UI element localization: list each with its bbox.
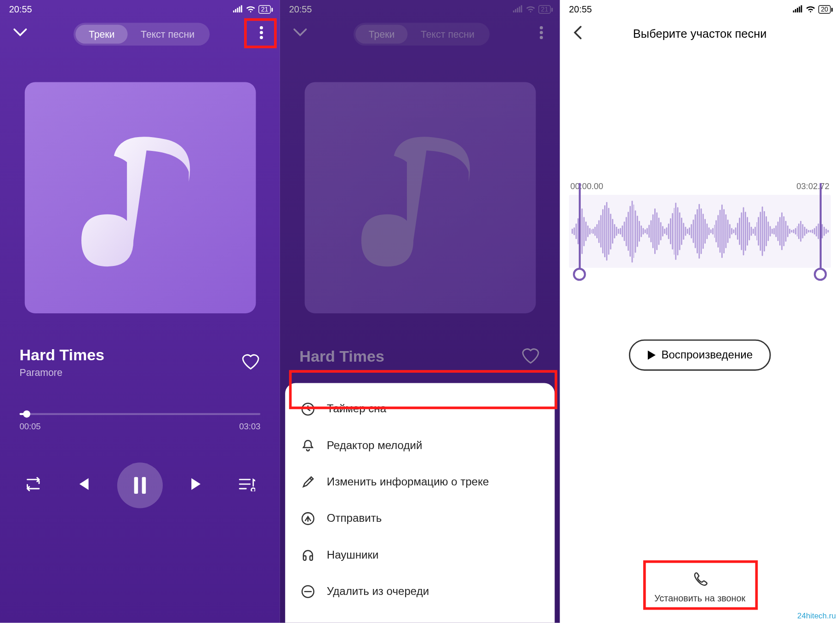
waveform-area: 00:00.00 03:02.72 [560,50,840,268]
battery-icon: 20 [818,5,831,13]
previous-button[interactable] [69,472,95,499]
more-options-button[interactable] [252,19,271,48]
queue-button[interactable] [233,472,260,499]
waveform[interactable] [569,195,831,268]
minus-circle-icon [301,584,315,599]
battery-icon: 21 [258,5,271,13]
menu-sleep-timer[interactable]: Таймер сна [285,391,554,427]
song-title: Hard Times [19,346,104,364]
signal-icon [232,5,243,13]
album-art [24,82,256,313]
phone-icon [691,571,709,589]
song-title-row: Hard Times Paramore [0,326,280,378]
signal-icon [792,5,803,13]
svg-point-2 [260,36,263,39]
bell-icon [301,438,315,453]
screen-ringtone-editor: 20:55 20 Выберите участок песни 00:00.00… [560,0,840,623]
progress-thumb[interactable] [23,410,30,418]
share-icon [301,512,315,526]
progress-area: 00:05 03:03 [0,378,280,431]
play-icon [647,350,656,360]
clock-icon [301,402,315,416]
waveform-times: 00:00.00 03:02.72 [569,181,831,191]
svg-point-0 [260,26,263,29]
headphones-icon [301,548,315,562]
progress-bar[interactable] [19,413,260,415]
time-elapsed: 00:05 [19,421,40,431]
options-sheet: Таймер сна Редактор мелодий Изменить инф… [285,383,554,623]
play-button-wrap: Воспроизведение [560,340,840,371]
collapse-button[interactable] [9,24,31,43]
menu-send[interactable]: Отправить [285,500,554,536]
screen-player-menu: 20:55 21 Треки Текст песни Hard Times [280,0,560,623]
menu-ringtone-editor[interactable]: Редактор мелодий [285,427,554,464]
status-right: 21 [232,5,271,13]
editor-title: Выберите участок песни [633,27,767,41]
tab-tracks[interactable]: Треки [76,24,128,43]
svg-rect-3 [134,477,138,494]
trim-handle-right[interactable] [814,183,827,281]
progress-times: 00:05 03:03 [19,421,260,431]
screen-player: 20:55 21 Треки Текст песни Hard Times Pa… [0,0,280,623]
status-bar: 20:55 20 [560,0,840,18]
status-time: 20:55 [569,4,592,14]
editor-header: Выберите участок песни [560,18,840,50]
play-button[interactable]: Воспроизведение [629,340,771,371]
status-bar: 20:55 21 [0,0,280,18]
favorite-button[interactable] [241,352,260,372]
wifi-icon [805,5,816,13]
repeat-button[interactable] [19,472,46,499]
pause-button[interactable] [117,462,163,508]
trim-handle-left[interactable] [573,183,586,281]
pencil-icon [301,475,315,489]
player-controls [0,431,280,508]
tab-switcher: Треки Текст песни [38,23,246,46]
time-total: 03:03 [239,421,260,431]
menu-edit-info[interactable]: Изменить информацию о треке [285,464,554,500]
watermark: 24hitech.ru [797,611,836,620]
song-artist: Paramore [19,367,104,378]
top-nav: Треки Текст песни [0,18,280,50]
back-button[interactable] [570,23,584,45]
svg-rect-4 [142,477,146,494]
set-ringtone-button[interactable]: Установить на звонок [654,571,745,603]
menu-remove-queue[interactable]: Удалить из очереди [285,573,554,610]
next-button[interactable] [185,472,211,499]
song-titles: Hard Times Paramore [19,346,104,378]
menu-headphones[interactable]: Наушники [285,537,554,573]
svg-point-1 [260,31,263,34]
tab-lyrics[interactable]: Текст песни [128,24,208,43]
album-art-wrap [0,50,280,327]
music-note-icon [75,123,205,273]
wifi-icon [246,5,256,13]
status-time: 20:55 [9,4,32,14]
status-right: 20 [792,5,831,13]
